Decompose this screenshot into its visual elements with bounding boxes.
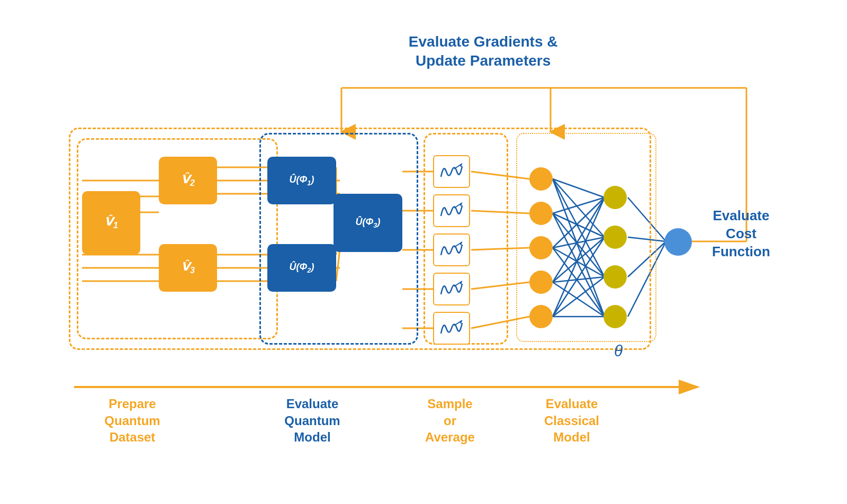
gate-v3: V̂3	[159, 244, 217, 292]
label-evaluate-classical-model: EvaluateClassicalModel	[513, 395, 630, 445]
gate-v2: V̂2	[159, 157, 217, 204]
diagram-container: Evaluate Gradients & Update Parameters V…	[53, 27, 794, 477]
gate-u2: Û(Φ2)	[267, 244, 336, 292]
nn-final-node	[664, 228, 692, 256]
nn-input-node-1	[529, 167, 553, 191]
nn-output-node-3	[603, 265, 627, 289]
nn-input-node-3	[529, 236, 553, 259]
gate-u1: Û(Φ1)	[267, 157, 336, 204]
top-label: Evaluate Gradients & Update Parameters	[409, 32, 558, 71]
measurement-5	[433, 312, 470, 345]
cost-function-label: Evaluate Cost Function	[699, 207, 783, 260]
label-sample-or-average: SampleorAverage	[413, 395, 487, 445]
nn-input-node-2	[529, 202, 553, 225]
nn-output-node-2	[603, 226, 627, 249]
theta-label: θ	[614, 342, 623, 360]
measurement-2	[433, 194, 470, 227]
gate-v1: V̂1	[82, 191, 140, 255]
nn-output-node-1	[603, 186, 627, 209]
measurement-1	[433, 155, 470, 188]
gate-u3: Û(Φ3)	[334, 194, 402, 252]
label-prepare-quantum-dataset: PrepareQuantumDataset	[74, 395, 191, 445]
nn-input-node-5	[529, 305, 553, 328]
nn-input-node-4	[529, 271, 553, 294]
measurement-4	[433, 273, 470, 305]
measurement-3	[433, 233, 470, 266]
nn-output-node-4	[603, 305, 627, 328]
label-evaluate-quantum-model: EvaluateQuantumModel	[259, 395, 365, 445]
